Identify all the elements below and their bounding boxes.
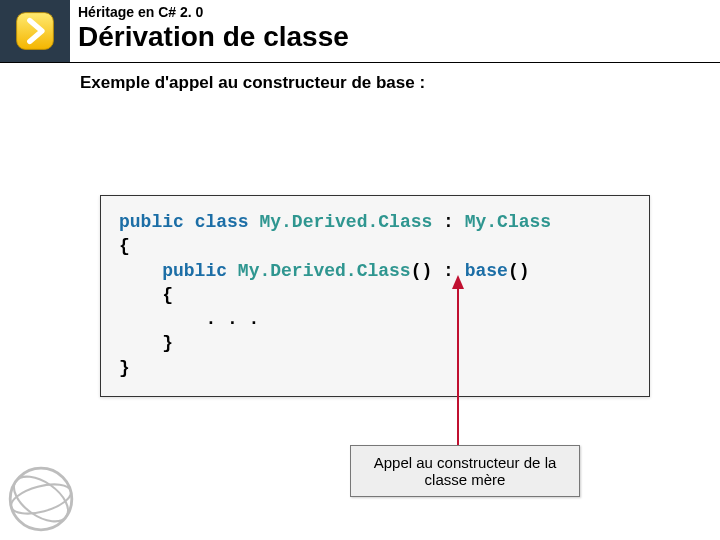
page-title: Dérivation de classe [78, 22, 349, 53]
code-line-4: { [119, 283, 633, 307]
svg-point-5 [6, 468, 76, 531]
code-line-7: } [119, 356, 633, 380]
keyword-public: public [162, 261, 227, 281]
type-base: My.Class [465, 212, 551, 232]
type-derived-ctor: My.Derived.Class [238, 261, 411, 281]
type-derived: My.Derived.Class [259, 212, 432, 232]
code-line-6: } [119, 331, 633, 355]
callout-box: Appel au constructeur de la classe mère [350, 445, 580, 497]
keyword-base: base [465, 261, 508, 281]
code-line-2: { [119, 234, 633, 258]
colon: : [432, 261, 464, 281]
parens: () [508, 261, 530, 281]
footer-logo-icon [6, 464, 76, 534]
code-line-3: public My.Derived.Class() : base() [119, 259, 633, 283]
chevron-right-icon [14, 10, 56, 52]
code-line-5: . . . [119, 307, 633, 331]
svg-rect-0 [17, 13, 54, 50]
code-sample: public class My.Derived.Class : My.Class… [100, 195, 650, 397]
keyword-class: class [195, 212, 249, 232]
slide-subtitle: Exemple d'appel au constructeur de base … [0, 63, 720, 93]
breadcrumb: Héritage en C# 2. 0 [78, 4, 349, 20]
slide-header: Héritage en C# 2. 0 Dérivation de classe [0, 0, 720, 63]
keyword-public: public [119, 212, 184, 232]
title-block: Héritage en C# 2. 0 Dérivation de classe [70, 0, 349, 62]
parens: () [411, 261, 433, 281]
colon: : [432, 212, 464, 232]
code-line-1: public class My.Derived.Class : My.Class [119, 210, 633, 234]
header-arrow-icon [0, 0, 70, 62]
